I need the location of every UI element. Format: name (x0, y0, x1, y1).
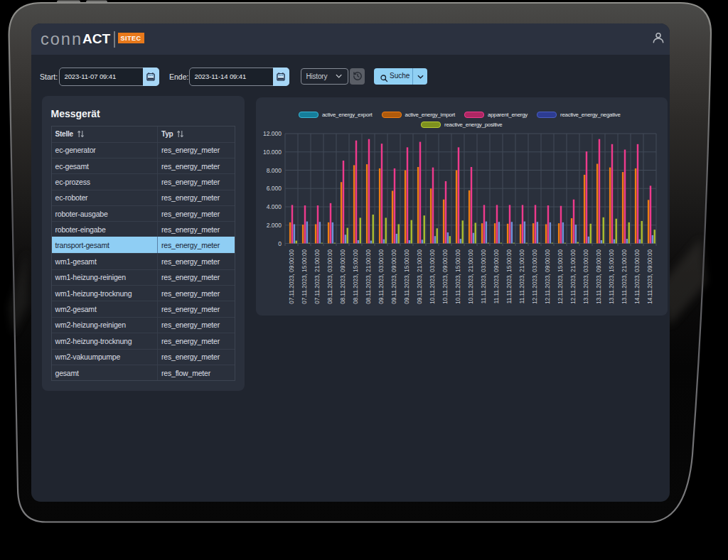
svg-text:11.11.2023, 03:00:00: 11.11.2023, 03:00:00 (481, 249, 487, 304)
svg-text:10.11.2023, 21:00:00: 10.11.2023, 21:00:00 (468, 249, 474, 304)
svg-text:08.11.2023, 03:00:00: 08.11.2023, 03:00:00 (327, 249, 333, 304)
svg-text:11.11.2023, 09:00:00: 11.11.2023, 09:00:00 (493, 249, 500, 304)
svg-text:12.11.2023, 21:00:00: 12.11.2023, 21:00:00 (570, 249, 577, 304)
svg-text:13.11.2023, 09:00:00: 13.11.2023, 09:00:00 (596, 249, 602, 304)
svg-text:08.11.2023, 15:00:00: 08.11.2023, 15:00:00 (353, 249, 359, 304)
svg-text:10.11.2023, 15:00:00: 10.11.2023, 15:00:00 (455, 249, 461, 304)
svg-text:13.11.2023, 15:00:00: 13.11.2023, 15:00:00 (609, 249, 615, 304)
svg-text:13.11.2023, 03:00:00: 13.11.2023, 03:00:00 (583, 249, 589, 304)
svg-text:10.11.2023, 09:00:00: 10.11.2023, 09:00:00 (442, 249, 449, 304)
svg-text:08.11.2023, 09:00:00: 08.11.2023, 09:00:00 (340, 249, 346, 304)
svg-text:10.11.2023, 03:00:00: 10.11.2023, 03:00:00 (429, 249, 436, 304)
svg-text:14.11.2023, 03:00:00: 14.11.2023, 03:00:00 (634, 249, 641, 304)
svg-text:09.11.2023, 21:00:00: 09.11.2023, 21:00:00 (417, 249, 423, 304)
svg-text:13.11.2023, 21:00:00: 13.11.2023, 21:00:00 (621, 249, 628, 304)
svg-text:0: 0 (278, 240, 282, 247)
svg-text:12.11.2023, 15:00:00: 12.11.2023, 15:00:00 (557, 249, 564, 304)
svg-text:14.11.2023, 09:00:00: 14.11.2023, 09:00:00 (647, 249, 653, 304)
svg-text:07.11.2023, 15:00:00: 07.11.2023, 15:00:00 (301, 249, 308, 304)
svg-text:09.11.2023, 03:00:00: 09.11.2023, 03:00:00 (378, 249, 385, 304)
svg-text:12.11.2023, 03:00:00: 12.11.2023, 03:00:00 (532, 249, 538, 304)
svg-text:12.11.2023, 09:00:00: 12.11.2023, 09:00:00 (545, 249, 551, 304)
svg-text:07.11.2023, 09:00:00: 07.11.2023, 09:00:00 (289, 249, 295, 304)
svg-text:12.000: 12.000 (263, 130, 282, 137)
svg-text:8.000: 8.000 (267, 167, 282, 174)
svg-text:2.000: 2.000 (267, 222, 282, 229)
svg-text:10.000: 10.000 (263, 149, 282, 156)
svg-text:09.11.2023, 09:00:00: 09.11.2023, 09:00:00 (391, 249, 397, 304)
svg-text:4.000: 4.000 (267, 203, 282, 210)
svg-text:08.11.2023, 21:00:00: 08.11.2023, 21:00:00 (365, 249, 372, 304)
svg-text:11.11.2023, 21:00:00: 11.11.2023, 21:00:00 (519, 249, 525, 304)
svg-text:07.11.2023, 21:00:00: 07.11.2023, 21:00:00 (314, 249, 321, 304)
svg-text:11.11.2023, 15:00:00: 11.11.2023, 15:00:00 (506, 249, 513, 304)
svg-text:6.000: 6.000 (267, 185, 282, 192)
svg-text:09.11.2023, 15:00:00: 09.11.2023, 15:00:00 (404, 249, 410, 304)
